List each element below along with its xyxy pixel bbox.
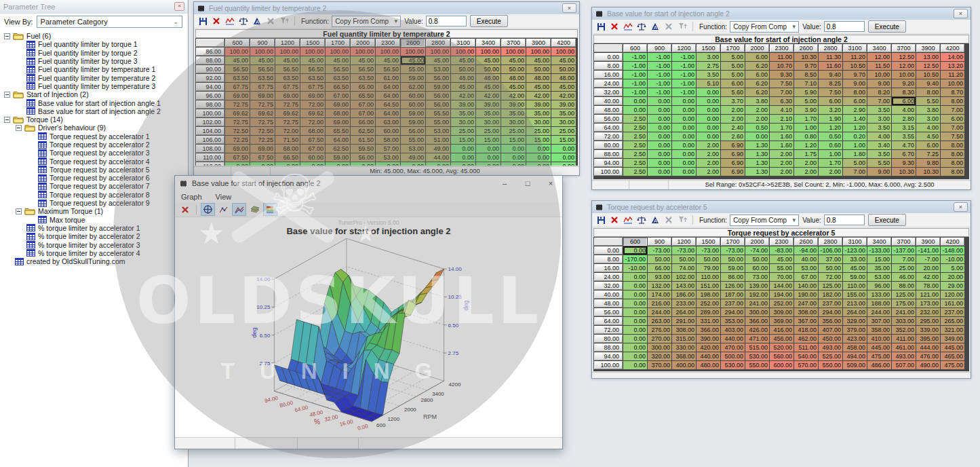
table-cell[interactable]: 14.00	[941, 53, 964, 61]
table-cell[interactable]: -1.00	[623, 62, 647, 70]
table-cell[interactable]: 42.00	[451, 92, 475, 100]
table-cell[interactable]: 6.00	[721, 79, 745, 88]
tree-item[interactable]: Torque request by accelerator 8	[0, 191, 188, 199]
table-cell[interactable]: -73.00	[672, 246, 696, 255]
table-cell[interactable]: 289.00	[697, 308, 720, 316]
axis-scale-icon[interactable]: A	[649, 21, 661, 33]
close-icon[interactable]: ×	[174, 2, 184, 11]
table-cell[interactable]: 110.00	[697, 273, 720, 281]
table-cell[interactable]: 72.25	[225, 136, 250, 144]
table-cell[interactable]: 7.00	[941, 106, 964, 114]
table-cell[interactable]: 155.00	[843, 291, 867, 299]
table-cell[interactable]: 6.70	[892, 150, 916, 158]
table-cell[interactable]: 45.00	[451, 56, 475, 64]
table-cell[interactable]: 139.00	[745, 282, 769, 290]
table-cell[interactable]: 2.50	[623, 168, 647, 176]
table-cell[interactable]: 50.00	[551, 65, 576, 73]
column-header[interactable]: 3100	[451, 39, 475, 47]
row-header[interactable]: 80.00	[594, 141, 623, 149]
table-cell[interactable]: 2.00	[721, 106, 745, 114]
table-cell[interactable]: 93.00	[648, 273, 671, 281]
table-cell[interactable]: 20.00	[941, 273, 964, 281]
table-cell[interactable]: 0.00	[672, 124, 696, 132]
table-cell[interactable]: 0.00	[526, 162, 551, 166]
table-cell[interactable]: 445.00	[941, 343, 964, 352]
collapse-toggle[interactable]	[16, 125, 22, 131]
column-header[interactable]: 900	[648, 238, 671, 246]
table-cell[interactable]: 59.00	[426, 83, 450, 91]
table-cell[interactable]: 329.00	[843, 317, 867, 325]
table-cell[interactable]: 2.00	[721, 115, 745, 123]
table-cell[interactable]: 6.00	[819, 97, 842, 105]
table-cell[interactable]: 72.75	[275, 118, 300, 126]
table-cell[interactable]: 50.00	[672, 255, 696, 263]
table-cell[interactable]: 233.00	[672, 299, 696, 307]
table-cell[interactable]: 368.00	[672, 352, 696, 360]
function-select[interactable]: Copy From Comp ▾	[730, 21, 799, 33]
collapse-toggle[interactable]	[4, 92, 10, 98]
row-header[interactable]: 24.00	[594, 79, 623, 88]
tree-item[interactable]: % torque limiter by accelerator 1	[0, 224, 188, 232]
table-cell[interactable]: 232.00	[916, 308, 940, 316]
table-cell[interactable]: 7.00	[892, 255, 916, 263]
table-cell[interactable]: 125.00	[819, 282, 842, 290]
clear-icon-disabled[interactable]	[663, 21, 675, 33]
table-cell[interactable]: 0.00	[551, 145, 576, 153]
cancel-icon[interactable]	[608, 214, 621, 226]
window-titlebar[interactable]: Torque request by accelerator 5 ×	[592, 201, 971, 213]
table-cell[interactable]: 8.50	[794, 71, 818, 79]
table-cell[interactable]: 2.00	[697, 150, 720, 158]
table-cell[interactable]: 353.00	[721, 317, 745, 325]
table-cell[interactable]: 78.00	[916, 282, 940, 290]
table-cell[interactable]: 9.70	[794, 62, 818, 70]
table-cell[interactable]: 1.70	[794, 115, 818, 123]
table-cell[interactable]: 5.00	[721, 53, 745, 61]
close-button[interactable]: ×	[954, 202, 968, 212]
tree-item[interactable]: % torque limiter by accelerator 4	[0, 249, 188, 257]
table-cell[interactable]: 0.00	[672, 141, 696, 149]
tree-folder[interactable]: Start of Injection (2)	[0, 90, 188, 98]
table-cell[interactable]: 320.00	[648, 352, 671, 360]
table-cell[interactable]: 493.00	[819, 343, 842, 352]
table-cell[interactable]: 0.00	[697, 132, 720, 141]
execute-button[interactable]: Execute	[470, 15, 508, 27]
row-header[interactable]: 8.00	[594, 255, 623, 263]
column-header[interactable]: 3100	[843, 44, 867, 52]
table-cell[interactable]: 0.00	[697, 124, 720, 132]
table-cell[interactable]: 42.00	[526, 92, 551, 100]
table-cell[interactable]: 25.00	[526, 127, 551, 135]
table-cell[interactable]: 0.00	[451, 153, 475, 162]
table-cell[interactable]: 45.00	[526, 83, 551, 91]
tree-item[interactable]: Torque request by accelerator 7	[0, 182, 188, 190]
table-cell[interactable]: 10.00	[941, 79, 964, 88]
table-cell[interactable]: 63.50	[326, 74, 350, 82]
table-cell[interactable]: 9.70	[843, 71, 867, 79]
table-cell[interactable]: 56.00	[426, 100, 450, 109]
minimize-button[interactable]: –	[493, 176, 516, 191]
table-cell[interactable]: 48.00	[501, 74, 526, 82]
row-header[interactable]: 8.00	[594, 62, 623, 70]
table-cell[interactable]: 44.00	[426, 153, 450, 162]
table-cell[interactable]: 45.00	[551, 56, 576, 64]
table-cell[interactable]: 1.20	[843, 124, 867, 132]
table-cell[interactable]: 173.00	[916, 299, 940, 307]
tree-item[interactable]: Fuel quantity limiter by temperature 1	[0, 65, 188, 73]
table-cell[interactable]: 410.00	[867, 335, 891, 343]
tree-item[interactable]: Torque request by accelerator 3	[0, 149, 188, 157]
column-header[interactable]: 2800	[819, 44, 842, 52]
table-cell[interactable]: 8.30	[892, 88, 916, 96]
table-cell[interactable]: 0.00	[451, 162, 475, 166]
table-cell[interactable]: 51.00	[426, 136, 450, 144]
table-cell[interactable]: 10.50	[916, 71, 940, 79]
column-header[interactable]: 1700	[721, 238, 745, 246]
compare-icon[interactable]	[635, 21, 648, 33]
table-cell[interactable]: 0.00	[623, 343, 647, 352]
row-header[interactable]: 100.00	[196, 109, 224, 117]
table-cell[interactable]: 0.00	[426, 162, 450, 166]
table-cell[interactable]: -106.00	[819, 246, 842, 255]
table-cell[interactable]: 5.50	[867, 159, 891, 167]
row-header[interactable]: 64.00	[594, 124, 623, 132]
table-cell[interactable]: 0.00	[623, 335, 647, 343]
table-cell[interactable]: 67.00	[300, 145, 325, 153]
table-cell[interactable]: 42.00	[916, 273, 940, 281]
